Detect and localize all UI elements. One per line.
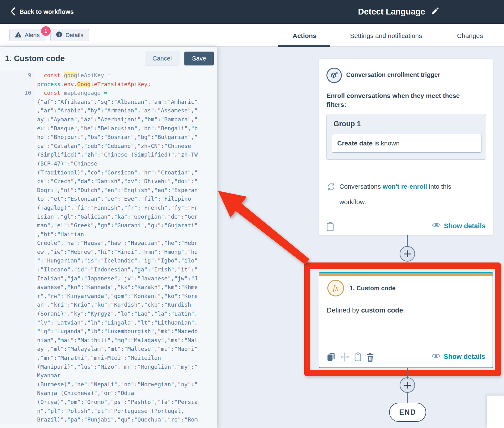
filter-create-date-is-known[interactable]: Create date is known xyxy=(332,134,481,153)
trigger-description: Enroll conversations when they meet thes… xyxy=(326,91,474,109)
edit-title-pencil-icon[interactable] xyxy=(431,7,439,17)
filter-operator: is known xyxy=(372,140,400,147)
tab-settings-and-notifications[interactable]: Settings and notifications xyxy=(350,30,422,47)
active-tab-underline xyxy=(278,45,330,47)
action-card-title: 1. Custom code xyxy=(350,285,396,292)
connector-line xyxy=(407,235,408,246)
eye-icon xyxy=(432,222,441,230)
action-show-details-link[interactable]: Show details xyxy=(431,353,485,361)
secondary-toolbar: Alerts 1 Details Actions Settings and no… xyxy=(0,24,504,47)
re-enroll-refresh-icon xyxy=(327,183,335,192)
wont-re-enroll-text: won't re-enroll xyxy=(383,183,427,190)
re-enroll-note: Conversations won't re-enroll into this … xyxy=(339,179,473,210)
cancel-button[interactable]: Cancel xyxy=(145,52,179,65)
workflow-end-node: END xyxy=(389,403,426,422)
add-action-plus-button[interactable] xyxy=(400,377,415,393)
action-card-body: Defined by custom code. xyxy=(327,306,405,314)
alerts-label: Alerts xyxy=(25,32,40,39)
line-number: 10 xyxy=(0,89,35,424)
filter-group-title: Group 1 xyxy=(334,120,361,128)
add-action-plus-button[interactable] xyxy=(400,246,415,262)
clipboard-icon[interactable] xyxy=(326,222,334,233)
workflow-canvas: Conversation enrollment trigger Enroll c… xyxy=(217,47,504,428)
back-label: Back to workflows xyxy=(19,8,74,15)
code-editor[interactable]: 9 const googleApiKey = process.env.Googl… xyxy=(0,69,217,428)
fx-icon: fx xyxy=(327,280,344,296)
details-button[interactable]: Details xyxy=(50,29,89,41)
back-to-workflows-button[interactable]: Back to workflows xyxy=(10,0,74,24)
trigger-footer-divider xyxy=(319,219,493,219)
action-card-top-bar xyxy=(319,273,493,276)
eye-icon xyxy=(431,353,441,361)
connector-line xyxy=(407,368,408,379)
top-navbar: Back to workflows Detect Language xyxy=(0,0,504,24)
trash-icon[interactable] xyxy=(366,352,374,363)
custom-code-action-card[interactable]: fx 1. Custom code Defined by custom code… xyxy=(319,272,493,368)
line-number: 9 xyxy=(0,71,35,89)
details-label: Details xyxy=(65,32,83,39)
tab-actions[interactable]: Actions xyxy=(292,30,316,47)
filter-group-box: Group 1 Create date is known xyxy=(326,114,486,160)
save-button[interactable]: Save xyxy=(184,52,214,65)
tab-changes[interactable]: Changes xyxy=(457,30,483,47)
clipboard-icon[interactable] xyxy=(354,352,362,363)
trigger-card-title: Conversation enrollment trigger xyxy=(346,71,440,78)
info-circle-icon xyxy=(56,31,62,39)
connector-line xyxy=(407,393,408,403)
enrollment-trigger-icon xyxy=(326,68,342,83)
enrollment-trigger-card[interactable]: Conversation enrollment trigger Enroll c… xyxy=(319,59,493,235)
filter-property: Create date xyxy=(337,140,372,147)
warning-triangle-icon xyxy=(15,31,22,39)
trigger-show-details-link[interactable]: Show details xyxy=(432,222,485,230)
workflow-title: Detect Language xyxy=(358,7,425,17)
clone-copy-icon[interactable] xyxy=(327,352,335,363)
code-line: 9 const googleApiKey = process.env.Googl… xyxy=(0,71,217,89)
alerts-button[interactable]: Alerts xyxy=(9,29,45,41)
alerts-count-badge: 1 xyxy=(41,26,51,36)
bottom-right-widget[interactable] xyxy=(487,396,504,428)
move-arrows-icon[interactable] xyxy=(340,352,350,363)
code-line: 10 const mapLanguage = {"af":"Afrikaans"… xyxy=(0,89,217,424)
chevron-left-icon xyxy=(10,7,15,17)
action-footer-divider xyxy=(319,349,493,349)
custom-code-editor-panel: 1. Custom code Cancel Save 9 const googl… xyxy=(0,47,217,428)
panel-title: 1. Custom code xyxy=(5,54,65,63)
